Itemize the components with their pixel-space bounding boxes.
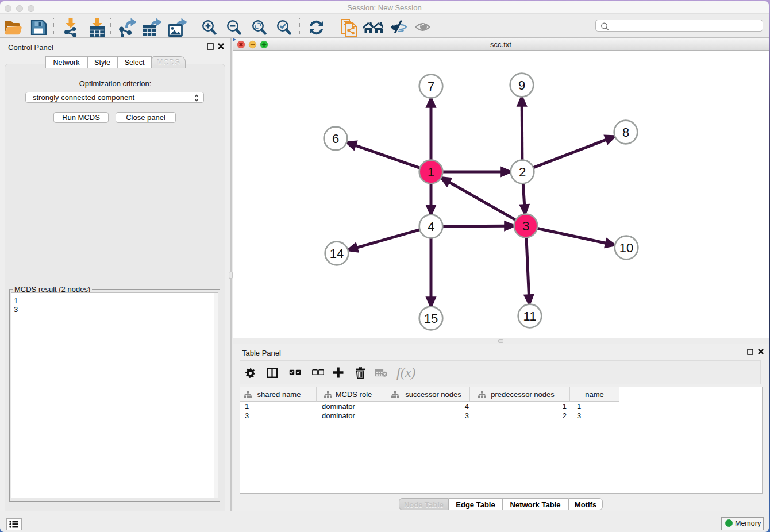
- svg-text:11: 11: [523, 309, 537, 323]
- svg-text:3: 3: [522, 219, 529, 233]
- svg-text:10: 10: [619, 241, 633, 255]
- svg-text:9: 9: [518, 78, 525, 92]
- svg-text:8: 8: [622, 125, 629, 140]
- svg-text:1: 1: [428, 165, 434, 179]
- svg-text:4: 4: [428, 219, 434, 234]
- svg-text:14: 14: [330, 246, 344, 261]
- svg-text:6: 6: [332, 132, 339, 146]
- svg-text:15: 15: [424, 311, 438, 326]
- svg-text:2: 2: [519, 165, 526, 179]
- svg-text:7: 7: [428, 79, 434, 94]
